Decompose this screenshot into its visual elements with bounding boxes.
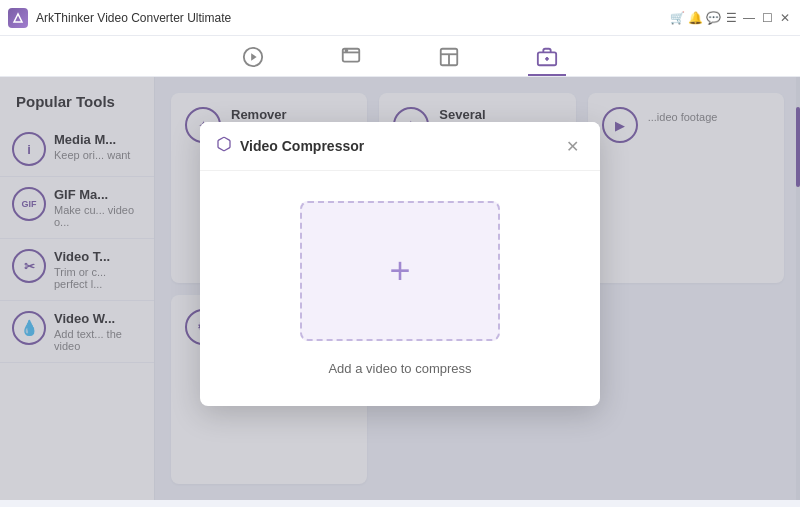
maximize-button[interactable]: ☐ [760, 11, 774, 25]
cart-icon[interactable]: 🛒 [670, 11, 684, 25]
minimize-button[interactable]: — [742, 11, 756, 25]
app-title: ArkThinker Video Converter Ultimate [36, 11, 670, 25]
chat-icon[interactable]: 💬 [706, 11, 720, 25]
modal-title: Video Compressor [240, 138, 560, 154]
modal-header-icon [216, 136, 232, 156]
drop-zone[interactable]: + [300, 201, 500, 341]
modal-header: Video Compressor ✕ [200, 122, 600, 171]
app-logo [8, 8, 28, 28]
close-button[interactable]: ✕ [778, 11, 792, 25]
modal-overlay: Video Compressor ✕ + Add a video to comp… [0, 77, 800, 500]
bell-icon[interactable]: 🔔 [688, 11, 702, 25]
modal-close-button[interactable]: ✕ [560, 134, 584, 158]
nav-tabs [0, 36, 800, 77]
tab-layout[interactable] [430, 42, 468, 76]
svg-point-4 [346, 50, 348, 52]
tab-media[interactable] [332, 42, 370, 76]
drop-zone-plus-icon: + [389, 253, 410, 289]
tab-toolbox[interactable] [528, 42, 566, 76]
menu-icon[interactable]: ☰ [724, 11, 738, 25]
main-content: Popular Tools i Media M... Keep ori... w… [0, 77, 800, 500]
titlebar: ArkThinker Video Converter Ultimate 🛒 🔔 … [0, 0, 800, 36]
svg-marker-2 [251, 53, 256, 60]
tab-converter[interactable] [234, 42, 272, 76]
window-controls: 🛒 🔔 💬 ☰ — ☐ ✕ [670, 11, 792, 25]
modal-body: + Add a video to compress [200, 171, 600, 406]
drop-zone-label: Add a video to compress [328, 361, 471, 376]
svg-marker-0 [14, 14, 22, 22]
video-compressor-modal: Video Compressor ✕ + Add a video to comp… [200, 122, 600, 406]
